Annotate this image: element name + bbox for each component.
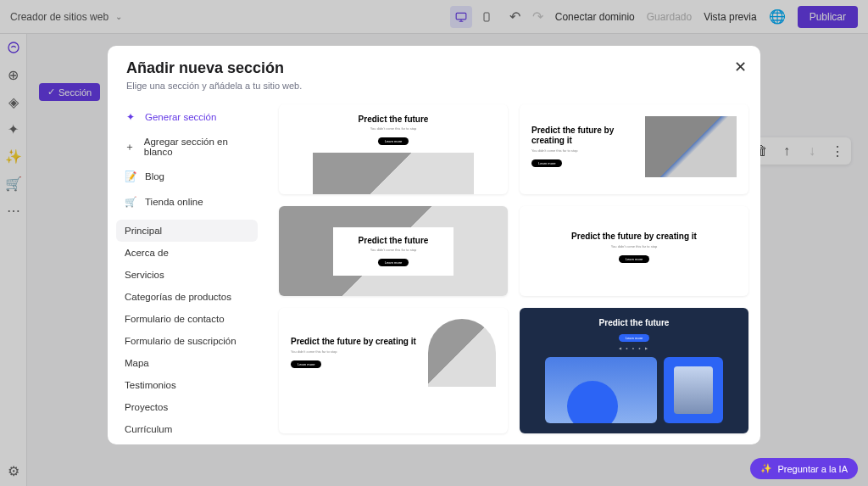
blog-label: Blog (145, 171, 164, 182)
template-heading: Predict the future by creating it (520, 232, 748, 242)
template-heading: Predict the future by creating it (291, 337, 416, 347)
generate-section-button[interactable]: ✦ Generar sección (116, 104, 258, 130)
generate-label: Generar sección (145, 112, 216, 122)
template-heading: Predict the future (279, 115, 508, 124)
template-image-placeholder (313, 153, 474, 194)
template-image-placeholder (645, 116, 737, 177)
template-subtitle: You didn't come this far to stop (359, 248, 429, 252)
template-text-only[interactable]: Predict the future by creating it You di… (520, 206, 748, 296)
category-testimonios[interactable]: Testimonios (116, 374, 258, 396)
category-proyectos[interactable]: Proyectos (116, 396, 258, 418)
template-heading: Predict the future (520, 318, 748, 327)
modal-body: ✦ Generar sección ＋ Agregar sección en b… (108, 98, 760, 444)
store-button[interactable]: 🛒 Tienda online (116, 189, 258, 215)
template-cta: Learn more (291, 360, 321, 368)
category-suscripcion[interactable]: Formulario de suscripción (116, 330, 258, 352)
sparkle-icon: ✦ (125, 111, 136, 123)
plus-icon: ＋ (125, 141, 136, 153)
ask-ai-label: Preguntar a la IA (777, 464, 848, 474)
blank-section-button[interactable]: ＋ Agregar sección en blanco (116, 130, 258, 164)
modal-subtitle: Elige una sección y añádela a tu sitio w… (126, 81, 742, 91)
category-curriculum[interactable]: Currículum (116, 418, 258, 440)
template-heading: Predict the future by creating it (531, 126, 633, 146)
store-label: Tienda online (145, 197, 203, 207)
template-arch-image[interactable]: Predict the future by creating it You di… (279, 308, 508, 433)
template-subtitle: You didn't come this far to stop (531, 148, 633, 153)
template-cta: Learn more (531, 159, 562, 167)
category-acerca[interactable]: Acerca de (116, 242, 258, 264)
modal-header: Añadir nueva sección Elige una sección y… (108, 46, 760, 98)
template-nav-dots: ◀ ● ● ● ▶ (520, 346, 748, 350)
template-heading: Predict the future (359, 236, 429, 245)
add-section-modal: Añadir nueva sección Elige una sección y… (108, 46, 760, 444)
category-principal[interactable]: Principal (116, 220, 258, 242)
close-icon[interactable]: ✕ (734, 58, 747, 76)
category-mapa[interactable]: Mapa (116, 352, 258, 374)
template-image-placeholder (545, 357, 657, 423)
template-grid: Predict the future You didn't come this … (267, 98, 760, 444)
template-cta: Learn more (378, 137, 409, 145)
template-split-right[interactable]: Predict the future by creating it You di… (520, 104, 748, 194)
cart-icon: 🛒 (125, 196, 136, 208)
template-subtitle: You didn't come this far to stop (520, 244, 748, 249)
template-subtitle: You didn't come this far to stop (279, 126, 508, 131)
category-contacto[interactable]: Formulario de contacto (116, 308, 258, 330)
category-productos[interactable]: Categorías de productos (116, 286, 258, 308)
avatar-placeholder (674, 366, 713, 414)
template-subtitle: You didn't come this far to stop (291, 349, 416, 354)
category-servicios[interactable]: Servicios (116, 264, 258, 286)
template-image-placeholder (428, 319, 496, 387)
template-cta: Learn more (378, 259, 409, 266)
blog-button[interactable]: 📝 Blog (116, 164, 258, 189)
modal-title: Añadir nueva sección (126, 59, 742, 77)
template-cta: Learn more (619, 255, 649, 263)
template-image-placeholder (664, 357, 723, 423)
template-overlay-card[interactable]: Predict the future You didn't come this … (279, 206, 508, 296)
blank-label: Agregar sección en blanco (144, 137, 249, 157)
modal-overlay[interactable]: Añadir nueva sección Elige una sección y… (0, 0, 868, 486)
template-centered-hero[interactable]: Predict the future You didn't come this … (279, 104, 508, 194)
template-dark-gallery[interactable]: Predict the future Learn more ◀ ● ● ● ▶ (520, 308, 748, 433)
modal-sidebar: ✦ Generar sección ＋ Agregar sección en b… (108, 98, 267, 444)
ask-ai-button[interactable]: ✨ Preguntar a la IA (750, 458, 858, 479)
sparkle-icon: ✨ (760, 463, 772, 474)
blog-icon: 📝 (125, 170, 136, 182)
template-cta: Learn more (619, 334, 649, 342)
